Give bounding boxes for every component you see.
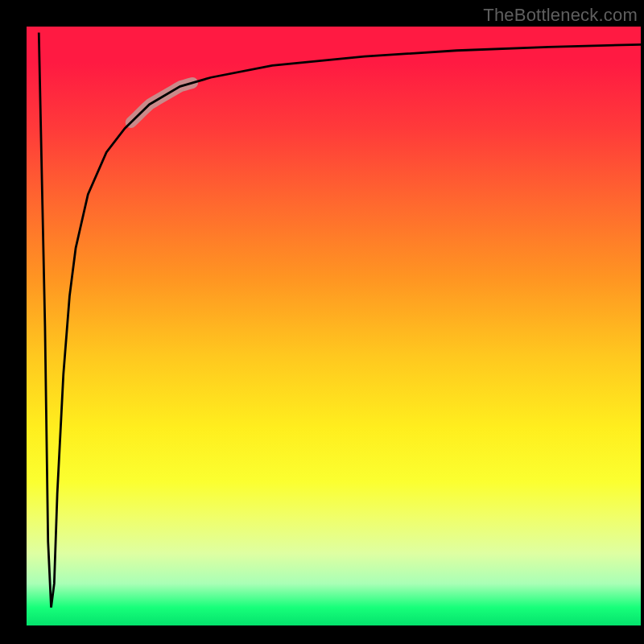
highlight-segment (131, 83, 192, 122)
watermark-text: TheBottleneck.com (483, 5, 638, 26)
plot-area (27, 27, 641, 625)
chart-stage: TheBottleneck.com (0, 0, 644, 644)
curve-layer (27, 27, 641, 625)
